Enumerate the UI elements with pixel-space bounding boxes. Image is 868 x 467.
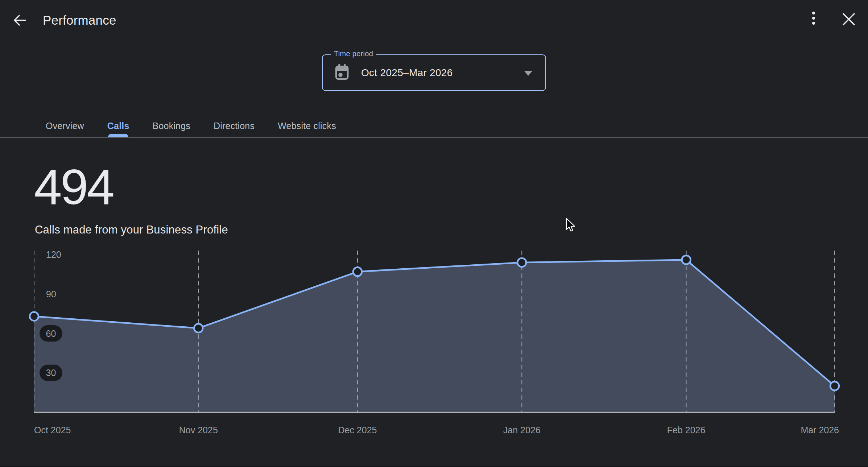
tab-directions[interactable]: Directions	[214, 109, 255, 137]
ytick-label: 90	[46, 289, 56, 299]
tab-bookings[interactable]: Bookings	[153, 109, 190, 137]
active-tab-indicator	[108, 134, 128, 137]
xtick-label: Jan 2026	[503, 425, 541, 435]
xtick-label: Nov 2025	[179, 425, 218, 435]
chart-area-fill	[34, 260, 835, 412]
mouse-cursor-icon	[566, 218, 576, 234]
ytick-label: 30	[46, 368, 56, 378]
metrics-tab-bar: Overview Calls Bookings Directions Websi…	[46, 109, 336, 137]
data-point-Jan 2026[interactable]	[517, 258, 526, 267]
time-period-select[interactable]: Time period Oct 2025–Mar 2026	[322, 54, 546, 91]
kebab-menu-icon	[806, 25, 822, 30]
data-point-Dec 2025[interactable]	[353, 267, 362, 276]
dropdown-arrow-icon	[524, 71, 532, 76]
close-button[interactable]	[840, 11, 857, 28]
calls-area-chart[interactable]: 306090120Oct 2025Nov 2025Dec 2025Jan 202…	[0, 239, 868, 442]
time-period-value: Oct 2025–Mar 2026	[361, 67, 453, 79]
close-icon	[840, 23, 857, 29]
performance-page: Performance Time period	[0, 0, 868, 467]
page-title: Performance	[43, 13, 116, 28]
tab-calls-label: Calls	[107, 121, 129, 131]
tab-website-clicks[interactable]: Website clicks	[278, 109, 336, 137]
metric-description: Calls made from your Business Profile	[35, 223, 228, 236]
data-point-Mar 2026[interactable]	[830, 382, 839, 390]
xtick-label: Feb 2026	[667, 425, 706, 435]
arrow-back-icon	[12, 24, 28, 29]
tabs-divider	[0, 137, 868, 138]
app-header: Performance	[0, 0, 868, 38]
time-period-label: Time period	[331, 50, 376, 58]
tab-calls[interactable]: Calls	[107, 109, 129, 137]
ytick-label: 60	[46, 328, 56, 339]
xtick-label: Mar 2026	[801, 425, 839, 435]
xtick-label: Oct 2025	[34, 425, 71, 435]
calendar-icon	[335, 64, 349, 82]
data-point-Feb 2026[interactable]	[682, 256, 691, 264]
ytick-label: 120	[46, 249, 61, 260]
xtick-label: Dec 2025	[338, 425, 377, 435]
back-button[interactable]	[12, 12, 28, 28]
data-point-Oct 2025[interactable]	[30, 312, 38, 321]
data-point-Nov 2025[interactable]	[194, 324, 203, 332]
more-options-button[interactable]	[806, 10, 822, 29]
tab-overview[interactable]: Overview	[46, 109, 84, 137]
metric-total-value: 494	[34, 162, 113, 212]
